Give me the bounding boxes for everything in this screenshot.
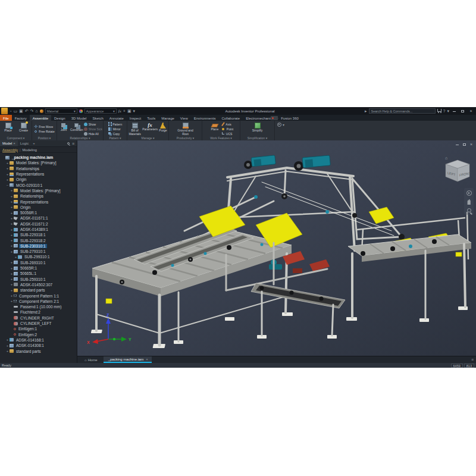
tree-item[interactable]: + ADSK-014308:1 — [0, 343, 77, 348]
group-label-relationships[interactable]: Relationships ▾ — [58, 136, 102, 140]
group-label-simplification[interactable]: Simplification ▾ — [241, 136, 274, 140]
tree-item[interactable]: + SUB-299310:1 — [0, 254, 77, 259]
new-file-icon[interactable]: ▫ — [10, 108, 11, 114]
pattern-button[interactable]: Pattern — [108, 122, 123, 126]
tree-expander[interactable]: + — [10, 200, 14, 203]
tree-item[interactable]: + ADSK-014502:307 — [0, 282, 77, 287]
machine-3d-model[interactable]: Z Y X — [77, 140, 476, 356]
screencast-camera-icon[interactable] — [271, 116, 278, 120]
tree-item[interactable]: + SUB-259310:1 — [0, 277, 77, 282]
parameters-fx-icon[interactable]: fx — [118, 108, 121, 114]
free-move-button[interactable]: Free Move — [34, 124, 54, 129]
record-icon[interactable] — [277, 123, 281, 127]
tree-expander[interactable]: + — [10, 189, 14, 192]
tree-expander[interactable]: + — [5, 178, 10, 181]
tree-expander[interactable]: + — [5, 344, 10, 347]
tree-expander[interactable]: + — [14, 255, 18, 259]
tree-expander[interactable]: + — [10, 289, 14, 292]
tree-item[interactable]: + SUB-229318:2 — [0, 237, 77, 243]
tree-expander[interactable]: + — [10, 294, 14, 298]
ribbon-tab[interactable]: Assemble — [30, 115, 51, 121]
tree-item[interactable]: + Relationships — [0, 166, 77, 171]
ribbon-tab[interactable]: Factory — [12, 115, 30, 121]
tree-expander[interactable]: + — [5, 349, 10, 353]
tree-item[interactable]: + Model States: [Primary] — [0, 188, 77, 193]
tree-item[interactable]: CYLINDER_LEFT — [0, 321, 77, 326]
tree-expander[interactable]: − — [5, 183, 10, 187]
tree-item[interactable]: + Relationships — [0, 193, 77, 199]
tree-item[interactable]: + SUB-229318:1 — [0, 232, 77, 237]
tree-item[interactable]: + ADSK-011671:1 — [0, 215, 77, 221]
measure-icon[interactable]: ▣ — [127, 108, 131, 114]
plane-button[interactable]: Plane — [209, 121, 221, 136]
tree-expander[interactable]: + — [10, 205, 14, 209]
tree-item[interactable]: + Origin — [0, 177, 77, 182]
axis-button[interactable]: Axis — [221, 122, 233, 126]
doc-minimize-button[interactable] — [456, 142, 459, 146]
group-label-position[interactable]: Position ▾ — [33, 136, 56, 140]
doc-restore-button[interactable] — [463, 142, 466, 146]
browser-tab-model[interactable]: Model × — [0, 140, 18, 146]
minimize-button[interactable] — [451, 109, 458, 113]
viewcube-home-icon[interactable]: ⌂ — [445, 156, 447, 160]
tree-item[interactable]: Passend:1 (10.000 mm) — [0, 304, 77, 309]
view-cube[interactable]: ⌂ LEFT FRONT — [444, 155, 471, 183]
browser-tab-logic[interactable]: Logic — [18, 140, 31, 146]
tree-item[interactable]: + SUB-269310:1 — [0, 260, 77, 265]
group-label-work-features[interactable]: Work Features ▾ — [203, 136, 239, 140]
appearance-wheel-icon[interactable] — [79, 109, 83, 113]
tree-item[interactable]: − MOD-029310:1 — [0, 182, 77, 187]
add-browser-tab-button[interactable]: + — [31, 142, 37, 145]
ribbon-tab[interactable]: Manage — [158, 115, 177, 121]
restore-button[interactable] — [459, 109, 466, 113]
parameters-button[interactable]: fx Parameters — [142, 121, 158, 136]
material-browser-icon[interactable] — [40, 109, 43, 113]
ucs-button[interactable]: UCS — [221, 131, 233, 136]
joint-button[interactable]: Joint — [58, 121, 70, 136]
group-label-productivity[interactable]: Productivity ▾ — [170, 136, 201, 140]
tree-item[interactable]: Einfügen:1 — [0, 326, 77, 331]
graphics-viewport[interactable]: Z Y X × ⌂ — [77, 140, 476, 356]
copy-button[interactable]: Copy — [108, 131, 123, 136]
home-view-icon[interactable]: ⌂ — [35, 108, 37, 114]
tree-expander[interactable]: + — [10, 233, 14, 237]
tree-expander[interactable]: + — [10, 239, 14, 242]
tree-item[interactable]: Einfügen:2 — [0, 332, 77, 337]
tree-expander[interactable]: + — [5, 167, 10, 170]
ribbon-tab[interactable]: Sketch — [89, 115, 106, 121]
bill-of-materials-button[interactable]: Bill of Materials — [128, 121, 142, 136]
tree-item[interactable]: + ADSK-014168:1 — [0, 337, 77, 343]
material-combobox[interactable]: Material ▾ — [45, 108, 77, 114]
tree-expander[interactable]: + — [10, 261, 14, 264]
app-store-cart-icon[interactable] — [437, 109, 441, 112]
ribbon-tab[interactable]: 3D Model — [68, 115, 90, 121]
pan-hand-icon[interactable] — [466, 199, 471, 205]
tree-item[interactable]: + 50665R:1 — [0, 265, 77, 271]
redo-icon[interactable]: ↷ — [30, 108, 34, 114]
tree-expander[interactable]: + — [10, 272, 14, 275]
tree-expander[interactable]: + — [5, 338, 10, 342]
browser-menu-icon[interactable]: ≡ — [72, 142, 74, 146]
ribbon-tab[interactable]: Inspect — [127, 115, 144, 121]
document-tab[interactable]: _packing machine.iam × — [104, 356, 152, 363]
mode-modeling[interactable]: Modeling — [23, 148, 37, 152]
search-input[interactable] — [369, 108, 436, 114]
undo-icon[interactable]: ↶ — [25, 108, 29, 114]
tree-item[interactable]: + Origin — [0, 205, 77, 210]
ribbon-tab[interactable]: Collaborate — [218, 115, 243, 121]
navigation-wheel-icon[interactable] — [466, 190, 472, 196]
group-label-pattern[interactable]: Pattern ▾ — [104, 136, 126, 140]
group-label-component[interactable]: Component ▾ — [1, 136, 31, 140]
tree-item[interactable]: _packing machine.iam — [0, 155, 77, 160]
show-sick-button[interactable]: Show Sick — [84, 127, 102, 131]
inventor-app-icon[interactable] — [1, 108, 8, 114]
open-file-icon[interactable]: ▭ — [13, 108, 17, 114]
tree-item[interactable]: + 50665L:1 — [0, 271, 77, 276]
tree-expander[interactable]: + — [10, 283, 14, 286]
ribbon-tab[interactable]: Design — [51, 115, 68, 121]
tree-item[interactable]: + Model States: [Primary] — [0, 160, 77, 165]
appearance-combobox[interactable]: Appearance ▾ — [84, 108, 117, 114]
tree-item[interactable]: + Component Pattern 1:1 — [0, 293, 77, 298]
tree-expander[interactable]: + — [10, 195, 14, 198]
close-icon[interactable]: × — [146, 358, 148, 361]
